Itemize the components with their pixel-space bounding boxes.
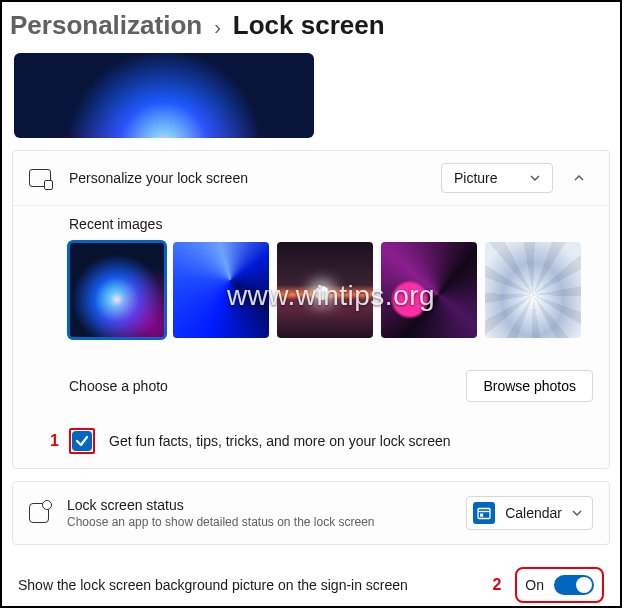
fun-facts-row: 1 Get fun facts, tips, tricks, and more … — [13, 416, 609, 468]
monitor-lock-icon — [29, 169, 51, 187]
lock-screen-status-row[interactable]: Lock screen status Choose an app to show… — [13, 482, 609, 544]
breadcrumb-current: Lock screen — [233, 10, 385, 41]
status-app-dropdown[interactable]: Calendar — [466, 496, 593, 530]
recent-image-thumb[interactable] — [277, 242, 373, 338]
choose-photo-label: Choose a photo — [69, 378, 466, 394]
choose-photo-row: Choose a photo Browse photos — [13, 356, 609, 416]
check-icon — [75, 434, 89, 448]
dropdown-value: Picture — [454, 170, 498, 186]
annotation-highlight: On — [515, 567, 604, 603]
annotation-callout: 1 — [50, 432, 59, 450]
collapse-section-button[interactable] — [565, 173, 593, 183]
status-widget-icon — [29, 503, 49, 523]
chevron-right-icon: › — [214, 16, 221, 39]
status-title: Lock screen status — [67, 497, 466, 513]
browse-photos-button[interactable]: Browse photos — [466, 370, 593, 402]
svg-rect-0 — [478, 509, 490, 519]
fun-facts-label: Get fun facts, tips, tricks, and more on… — [109, 433, 451, 449]
recent-image-thumb[interactable] — [69, 242, 165, 338]
personalize-card: Personalize your lock screen Picture Rec… — [12, 150, 610, 469]
personalize-row: Personalize your lock screen Picture — [13, 151, 609, 205]
breadcrumb: Personalization › Lock screen — [4, 4, 618, 53]
signin-picture-row: Show the lock screen background picture … — [4, 545, 618, 608]
annotation-highlight — [69, 428, 95, 454]
signin-picture-toggle[interactable] — [554, 575, 594, 595]
annotation-callout: 2 — [492, 576, 501, 594]
recent-image-thumb[interactable] — [173, 242, 269, 338]
lock-screen-preview — [14, 53, 314, 138]
fun-facts-checkbox[interactable] — [72, 431, 92, 451]
svg-rect-2 — [480, 514, 483, 517]
status-app-value: Calendar — [505, 505, 562, 521]
status-subtitle: Choose an app to show detailed status on… — [67, 515, 466, 529]
breadcrumb-parent[interactable]: Personalization — [10, 10, 202, 41]
chevron-up-icon — [574, 173, 584, 183]
personalize-mode-dropdown[interactable]: Picture — [441, 163, 553, 193]
personalize-label: Personalize your lock screen — [69, 170, 441, 186]
recent-images-heading: Recent images — [69, 216, 593, 232]
signin-picture-label: Show the lock screen background picture … — [18, 577, 492, 593]
chevron-down-icon — [572, 508, 582, 518]
recent-image-thumb[interactable] — [485, 242, 581, 338]
recent-images-section: Recent images www.wintips.org — [13, 206, 609, 356]
calendar-icon — [473, 502, 495, 524]
chevron-down-icon — [530, 173, 540, 183]
lock-screen-status-card: Lock screen status Choose an app to show… — [12, 481, 610, 545]
toggle-state-label: On — [525, 577, 544, 593]
recent-images-list: www.wintips.org — [69, 242, 593, 338]
recent-image-thumb[interactable] — [381, 242, 477, 338]
